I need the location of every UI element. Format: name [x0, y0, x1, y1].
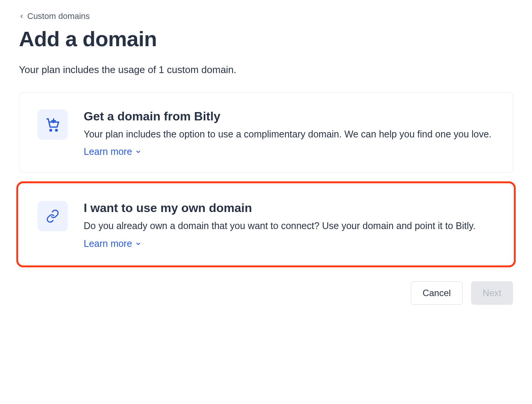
next-button[interactable]: Next: [471, 281, 513, 305]
option-description: Do you already own a domain that you wan…: [84, 219, 495, 232]
breadcrumb-back[interactable]: Custom domains: [19, 11, 90, 21]
learn-more-link[interactable]: Learn more: [84, 146, 141, 157]
option-title: I want to use my own domain: [84, 201, 495, 215]
chevron-down-icon: [135, 238, 141, 249]
learn-more-label: Learn more: [84, 146, 132, 157]
svg-point-0: [50, 129, 51, 131]
option-card-own-domain[interactable]: I want to use my own domain Do you alrea…: [19, 184, 513, 264]
option-card-bitly-domain[interactable]: Get a domain from Bitly Your plan includ…: [19, 92, 513, 173]
breadcrumb-label: Custom domains: [27, 11, 90, 21]
shopping-cart-plus-icon: [37, 109, 68, 140]
learn-more-label: Learn more: [84, 238, 132, 249]
learn-more-link[interactable]: Learn more: [84, 238, 141, 249]
chevron-left-icon: [19, 12, 24, 20]
footer-actions: Cancel Next: [19, 281, 513, 305]
chevron-down-icon: [135, 146, 141, 157]
page-title: Add a domain: [19, 27, 513, 51]
page-subtitle: Your plan includes the usage of 1 custom…: [19, 64, 513, 76]
link-icon: [37, 201, 68, 231]
option-title: Get a domain from Bitly: [84, 109, 495, 123]
option-description: Your plan includes the option to use a c…: [84, 127, 495, 141]
cancel-button[interactable]: Cancel: [411, 281, 463, 305]
svg-point-1: [56, 129, 57, 131]
